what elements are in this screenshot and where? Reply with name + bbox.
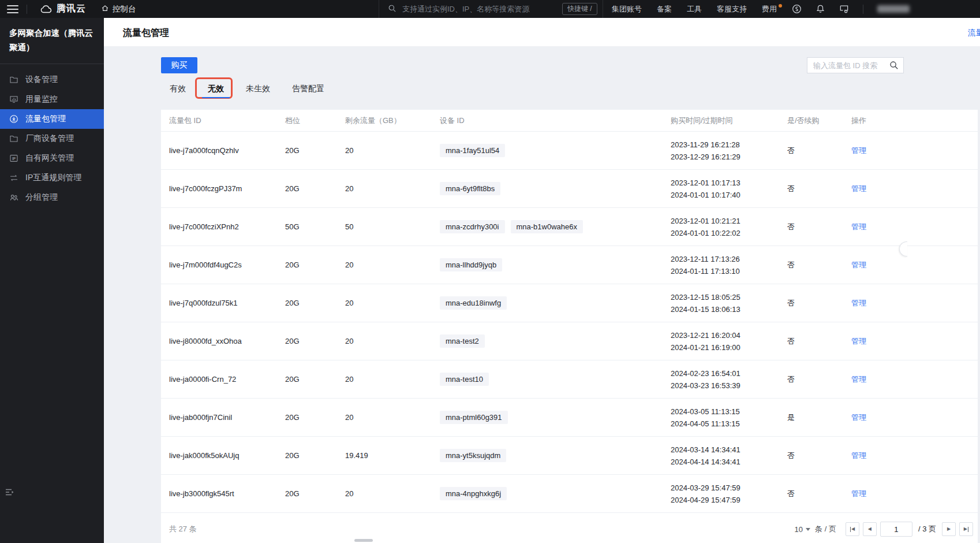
navbar-menu-item[interactable]: 费用: [762, 4, 782, 14]
search-icon: [388, 4, 397, 14]
package-id-cell: live-j7a000fcqnQzhlv: [161, 146, 277, 155]
navbar-menu-item[interactable]: 客服支持: [717, 4, 747, 14]
horizontal-scrollbar-thumb[interactable]: [354, 539, 373, 542]
next-page-icon: ▶: [947, 527, 951, 531]
remaining-cell: 20: [337, 413, 432, 422]
device-id-tag: mna-ptml60g391: [440, 411, 508, 424]
package-search-input[interactable]: [807, 61, 889, 70]
table-row: live-j7c000fcziXPnh250G50mna-zcdrhy300im…: [161, 208, 978, 246]
sidebar: 多网聚合加速（腾讯云聚通） 设备管理用量监控流量包管理厂商设备管理IP自有网关管…: [0, 18, 104, 543]
sidebar-item[interactable]: 厂商设备管理: [0, 129, 104, 148]
sidebar-item[interactable]: 设备管理: [0, 70, 104, 90]
buy-button[interactable]: 购买: [161, 57, 197, 73]
collapse-sidebar-icon[interactable]: [5, 487, 15, 497]
device-id-tag: mna-6yt9flt8bs: [440, 182, 500, 195]
time-cell: 2024-02-23 16:54:012024-03-23 16:53:39: [663, 367, 779, 392]
renew-cell: 否: [779, 336, 843, 347]
console-link[interactable]: 控制台: [101, 4, 136, 14]
sidebar-item-label: IP互通规则管理: [25, 173, 81, 183]
tab[interactable]: 未生效: [245, 79, 271, 98]
sidebar-divider: [0, 64, 104, 64]
last-page-button[interactable]: ▶: [959, 522, 973, 536]
manage-link[interactable]: 管理: [851, 184, 866, 193]
sidebar-item[interactable]: IP互通规则管理: [0, 168, 104, 188]
traffic-package-table: 流量包 ID档位剩余流量（GB）设备 ID购买时间/过期时间是/否续购操作 li…: [161, 110, 978, 543]
prev-page-button[interactable]: ◀: [863, 522, 877, 536]
bell-icon[interactable]: [816, 4, 825, 14]
table-row: live-ja0000fi-Crn_7220G20mna-test102024-…: [161, 360, 978, 399]
tab[interactable]: 有效: [169, 79, 186, 98]
device-id-cell: mna-test10: [432, 373, 663, 386]
tier-cell: 20G: [277, 337, 337, 345]
device-id-cell: mna-6yt9flt8bs: [432, 182, 663, 195]
sidebar-item[interactable]: 流量包管理: [0, 109, 104, 129]
page-title: 流量包管理: [123, 27, 169, 39]
console-settings-icon[interactable]: [839, 4, 849, 14]
manage-link[interactable]: 管理: [851, 222, 866, 231]
navbar-icon-cluster: [792, 0, 910, 18]
purchase-time: 2024-03-05 11:13:15: [671, 406, 779, 418]
device-id-tag: mna-1fay51ul54: [440, 144, 505, 157]
tab[interactable]: 无效: [207, 79, 225, 98]
assistant-icon[interactable]: [792, 4, 802, 14]
page-header-link[interactable]: 流量: [968, 28, 980, 38]
purchase-time: 2023-12-01 10:21:21: [671, 215, 779, 227]
page-size-value: 10: [795, 525, 803, 534]
manage-link[interactable]: 管理: [851, 261, 866, 269]
tencent-cloud-logo[interactable]: 腾讯云: [40, 3, 86, 15]
purchase-time: 2024-02-23 16:54:01: [671, 367, 779, 380]
manage-link[interactable]: 管理: [851, 451, 866, 460]
table-row: live-jak000fk5okAUjq20G19.419mna-yt5ksuj…: [161, 437, 978, 475]
manage-link[interactable]: 管理: [851, 337, 866, 345]
remaining-cell: 20: [337, 337, 432, 345]
table-row: live-j80000fd_xxOhoa20G20mna-test22023-1…: [161, 322, 978, 360]
page-size-select[interactable]: 10: [795, 525, 810, 534]
manage-link[interactable]: 管理: [851, 375, 866, 384]
search-icon[interactable]: [889, 61, 899, 70]
expire-time: 2024-01-11 17:13:10: [671, 265, 779, 277]
column-header: 设备 ID: [432, 116, 663, 126]
navbar-menu-item[interactable]: 集团账号: [612, 4, 642, 14]
navbar-menu-item[interactable]: 工具: [687, 4, 702, 14]
package-search-box: [807, 57, 904, 73]
hamburger-menu-icon[interactable]: [7, 5, 18, 13]
global-search[interactable]: 支持通过实例ID、IP、名称等搜索资源: [388, 0, 529, 18]
device-id-tag: mna-llhdd9jyqb: [440, 258, 502, 272]
manage-link[interactable]: 管理: [851, 299, 866, 307]
first-page-button[interactable]: ◀: [846, 522, 859, 536]
device-id-tag: mna-b1w0wahe6x: [511, 220, 583, 233]
sidebar-item-label: 用量监控: [25, 94, 58, 105]
expire-time: 2024-04-14 14:34:41: [671, 456, 779, 468]
sidebar-item[interactable]: 分组管理: [0, 188, 104, 207]
purchase-time: 2023-12-21 16:20:04: [671, 329, 779, 341]
package-id-cell: live-jab000fjn7Cinil: [161, 413, 277, 422]
sidebar-item[interactable]: 用量监控: [0, 90, 104, 109]
sidebar-item[interactable]: IP自有网关管理: [0, 148, 104, 168]
device-id-cell: mna-ptml60g391: [432, 411, 663, 424]
table-body: live-j7a000fcqnQzhlv20G20mna-1fay51ul542…: [161, 132, 978, 513]
tab[interactable]: 告警配置: [291, 79, 325, 98]
gateway-icon: IP: [9, 154, 18, 163]
purchase-time: 2023-11-29 16:21:28: [671, 139, 779, 151]
next-page-button[interactable]: ▶: [942, 522, 956, 536]
device-id-cell: mna-llhdd9jyqb: [432, 258, 663, 272]
expire-time: 2024-01-15 18:06:13: [671, 303, 779, 315]
manage-link[interactable]: 管理: [851, 146, 866, 155]
expire-time: 2024-04-29 15:47:59: [671, 494, 779, 506]
navbar-menu-item[interactable]: 备案: [657, 4, 672, 14]
tier-cell: 20G: [277, 451, 337, 460]
page-number-input[interactable]: [880, 522, 912, 537]
renew-cell: 否: [779, 298, 843, 308]
global-search-placeholder: 支持通过实例ID、IP、名称等搜索资源: [402, 4, 529, 14]
renew-cell: 否: [779, 222, 843, 232]
user-avatar[interactable]: [877, 5, 910, 13]
column-header: 操作: [843, 116, 978, 126]
page-header: 流量包管理 流量: [104, 18, 980, 46]
manage-link[interactable]: 管理: [851, 413, 866, 422]
sidebar-item-label: 厂商设备管理: [25, 133, 74, 144]
manage-link[interactable]: 管理: [851, 489, 866, 498]
table-row: live-j7q000fdzul75k120G20mna-edu18inwfg2…: [161, 284, 978, 322]
action-cell: 管理: [843, 146, 978, 156]
sidebar-item-label: 流量包管理: [25, 114, 66, 124]
device-id-tag: mna-edu18inwfg: [440, 296, 507, 310]
